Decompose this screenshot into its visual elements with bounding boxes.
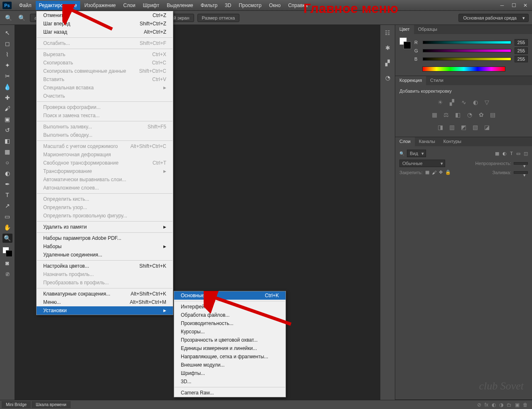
menu-item[interactable]: Шрифты...: [174, 369, 286, 377]
mask-icon[interactable]: ◐: [492, 402, 496, 408]
color-swatches[interactable]: [2, 247, 12, 257]
gradient-tool[interactable]: ▦: [2, 147, 12, 156]
menu-шрифт[interactable]: Шрифт: [140, 1, 163, 10]
layer-kind-select[interactable]: Вид: [407, 150, 426, 157]
brush-tool[interactable]: 🖌: [2, 104, 12, 113]
menu-item[interactable]: Меню...Alt+Shift+Ctrl+M: [37, 298, 173, 306]
menu-просмотр[interactable]: Просмотр: [235, 1, 265, 10]
adj-layer-icon[interactable]: ◑: [499, 402, 503, 408]
hand-tool[interactable]: ✋: [2, 223, 12, 232]
blend-mode-select[interactable]: Обычные: [399, 160, 445, 167]
zoom-tool[interactable]: 🔍: [2, 234, 12, 243]
blur-tool[interactable]: ○: [2, 158, 12, 167]
adj-brightness-icon[interactable]: ☀: [437, 99, 444, 106]
menu-item[interactable]: Шаг впередShift+Ctrl+Z: [37, 20, 173, 28]
adj-photo-icon[interactable]: ◔: [466, 111, 473, 118]
menu-выделение[interactable]: Выделение: [163, 1, 197, 10]
menu-item[interactable]: Клавиатурные сокращения...Alt+Shift+Ctrl…: [37, 290, 173, 298]
history-brush-tool[interactable]: ↺: [2, 126, 12, 135]
crop-tool[interactable]: ✂: [2, 71, 12, 81]
tab-swatches[interactable]: Образцы: [414, 25, 441, 34]
lasso-tool[interactable]: ⌇: [2, 50, 12, 59]
adj-poster-icon[interactable]: ▥: [448, 123, 456, 131]
menu-фильтр[interactable]: Фильтр: [197, 1, 221, 10]
opacity-field[interactable]: [514, 162, 528, 165]
g-value[interactable]: 255: [515, 47, 528, 54]
histogram-panel-icon[interactable]: ▞: [383, 58, 393, 67]
pen-tool[interactable]: ✒: [2, 180, 12, 189]
tab-color[interactable]: Цвет: [395, 25, 414, 34]
tab-каналы[interactable]: Каналы: [415, 137, 439, 146]
trash-icon[interactable]: 🗑: [523, 402, 528, 408]
tab-mini-bridge[interactable]: Mini Bridge: [2, 401, 31, 408]
b-value[interactable]: 255: [515, 56, 528, 62]
shape-tool[interactable]: ▭: [2, 212, 12, 221]
tab-styles[interactable]: Стили: [426, 76, 448, 85]
adj-levels-icon[interactable]: ▞: [448, 99, 456, 106]
menu-item[interactable]: Настройка цветов...Shift+Ctrl+K: [37, 262, 173, 270]
adj-hue-icon[interactable]: ▦: [431, 111, 438, 118]
menu-item[interactable]: Удалить из памяти▶: [37, 223, 173, 231]
stamp-tool[interactable]: ▣: [2, 115, 12, 124]
filter-type-icon[interactable]: T: [510, 151, 513, 156]
menu-item[interactable]: Курсоры...: [174, 328, 286, 336]
filter-shape-icon[interactable]: ▭: [516, 151, 520, 156]
menu-item[interactable]: Camera Raw...: [174, 389, 286, 397]
wand-tool[interactable]: ✦: [2, 61, 12, 70]
tab-слои[interactable]: Слои: [395, 137, 415, 146]
new-layer-icon[interactable]: ▣: [515, 402, 520, 408]
adj-exposure-icon[interactable]: ◐: [472, 99, 479, 106]
zoom-tool-icon[interactable]: 🔍: [3, 13, 13, 22]
heal-tool[interactable]: ✚: [2, 93, 12, 102]
group-icon[interactable]: 🗀: [507, 402, 512, 408]
menu-item[interactable]: Наборы▶: [37, 242, 173, 251]
type-tool[interactable]: T: [2, 190, 12, 200]
menu-изображение[interactable]: Изображение: [81, 1, 119, 10]
dodge-tool[interactable]: ◐: [2, 169, 12, 178]
close-button[interactable]: ✕: [521, 2, 530, 8]
menu-слои[interactable]: Слои: [120, 1, 139, 10]
menu-item[interactable]: Наборы параметров Adobe PDF...: [37, 234, 173, 242]
menu-item[interactable]: Основные...Ctrl+K: [174, 291, 286, 300]
adj-vibrance-icon[interactable]: ▽: [483, 99, 491, 106]
menu-item[interactable]: Внешние модули...: [174, 361, 286, 369]
adj-thresh-icon[interactable]: ◩: [460, 123, 468, 131]
adj-invert-icon[interactable]: ◨: [437, 123, 444, 131]
minimize-button[interactable]: ─: [498, 2, 506, 8]
tab-adjustments[interactable]: Коррекция: [395, 76, 426, 85]
adj-balance-icon[interactable]: ⚖: [443, 111, 450, 118]
menu-окно[interactable]: Окно: [266, 1, 284, 10]
eyedropper-tool[interactable]: 💧: [2, 82, 12, 91]
menu-item[interactable]: Установки▶: [37, 306, 173, 315]
menu-справка[interactable]: Справка: [285, 1, 311, 10]
g-slider[interactable]: [423, 49, 511, 52]
r-slider[interactable]: [423, 41, 511, 44]
quickmask-toggle[interactable]: ◙: [2, 259, 12, 268]
tab-timeline[interactable]: Шкала времени: [32, 401, 70, 408]
lock-trans-icon[interactable]: ▦: [425, 170, 429, 175]
adj-mixer-icon[interactable]: ✿: [478, 111, 485, 118]
hue-bar[interactable]: [422, 67, 505, 71]
menu-item[interactable]: Направляющие, сетка и фрагменты...: [174, 352, 286, 361]
fx-icon[interactable]: fx: [485, 402, 488, 408]
zoom-mode-icon[interactable]: 🔍: [17, 13, 27, 22]
filter-smart-icon[interactable]: ◫: [524, 151, 528, 156]
menu-item[interactable]: Удаленные соединения...: [37, 251, 173, 259]
r-value[interactable]: 255: [515, 39, 528, 46]
menu-файл[interactable]: Файл: [16, 1, 35, 10]
adj-bw-icon[interactable]: ◧: [454, 111, 462, 118]
adj-select-icon[interactable]: ◪: [483, 123, 491, 131]
actions-panel-icon[interactable]: ✱: [383, 43, 393, 52]
history-panel-icon[interactable]: ☷: [383, 28, 393, 37]
filter-adj-icon[interactable]: ◐: [502, 151, 507, 156]
menu-item[interactable]: Единицы измерения и линейки...: [174, 344, 286, 352]
menu-item[interactable]: Прозрачность и цветовой охват...: [174, 336, 286, 344]
info-panel-icon[interactable]: ◔: [383, 73, 393, 82]
menu-item[interactable]: ОтменитьCtrl+Z: [37, 11, 173, 20]
optbar-button[interactable]: Размер оттиска: [197, 14, 240, 22]
path-tool[interactable]: ↗: [2, 201, 12, 210]
menu-редактирование[interactable]: Редактирование: [36, 1, 80, 10]
filter-pixel-icon[interactable]: ▦: [495, 151, 499, 156]
link-layers-icon[interactable]: ⊘: [477, 402, 481, 408]
b-slider[interactable]: [423, 57, 511, 61]
